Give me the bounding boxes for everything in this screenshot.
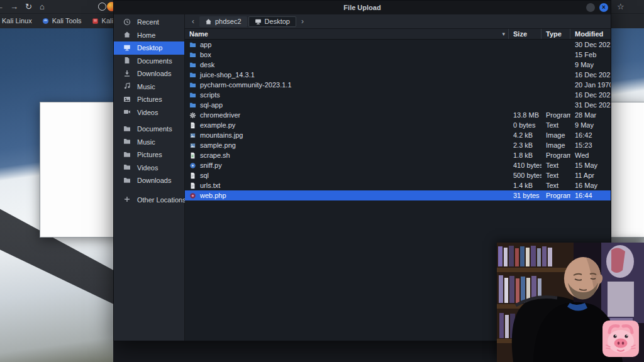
file-modified: 16 Dec 2022 [570, 71, 611, 79]
sidebar-item-pictures[interactable]: Pictures [114, 93, 184, 106]
file-name: desk [200, 61, 214, 69]
python-file-icon [189, 162, 196, 169]
column-header-modified[interactable]: Modified [570, 29, 611, 39]
file-row-box[interactable]: box15 Feb [185, 50, 611, 60]
file-type: Program [541, 111, 570, 119]
file-name-cell: pycharm-community-2023.1.1 [185, 81, 509, 89]
file-row-urls-txt[interactable]: urls.txt1.4 kBText16 May [185, 180, 611, 190]
column-headers: Name ▾ Size Type Modified [185, 29, 611, 40]
sidebar-item-videos[interactable]: Videos [114, 106, 184, 119]
file-name-cell: desk [185, 61, 509, 69]
bookmark-star-icon[interactable]: ☆ [617, 1, 625, 13]
column-header-name[interactable]: Name ▾ [185, 29, 509, 39]
file-row-pycharm-community-2023-1-1[interactable]: pycharm-community-2023.1.120 Jan 1970 [185, 80, 611, 90]
sidebar-item-home[interactable]: Home [114, 29, 184, 42]
column-header-type[interactable]: Type [541, 29, 570, 39]
file-row-juice-shop-14-3-1[interactable]: juice-shop_14.3.116 Dec 2022 [185, 70, 611, 80]
sidebar-item-music[interactable]: Music [114, 136, 184, 149]
file-name-cell: scrape.sh [185, 151, 509, 159]
sidebar-item-label: Desktop [137, 44, 162, 52]
breadcrumb-phdsec2[interactable]: phdsec2 [199, 16, 247, 27]
music-icon [123, 82, 131, 90]
file-modified: 20 Jan 1970 [570, 81, 611, 89]
sidebar-item-label: Videos [137, 109, 158, 116]
file-name: scrape.sh [200, 151, 230, 159]
breadcrumb-forward-icon[interactable]: › [298, 17, 307, 26]
file-name-cell: chromedriver [185, 111, 509, 119]
pig-logo-icon [602, 321, 639, 357]
sidebar-item-other-locations[interactable]: Other Locations [114, 194, 184, 207]
file-name: sql [200, 172, 209, 179]
column-header-size[interactable]: Size [509, 29, 541, 39]
sidebar-item-label: Documents [137, 57, 172, 65]
home-icon[interactable]: ⌂ [40, 1, 45, 13]
folder-icon [189, 62, 196, 69]
file-row-sql[interactable]: sql500 bytesText11 Apr [185, 170, 611, 180]
breadcrumb-label: Desktop [265, 18, 290, 25]
file-name: box [200, 51, 211, 58]
sidebar-item-recent[interactable]: Recent [114, 16, 184, 29]
breadcrumb-path: phdsec2Desktop [199, 16, 296, 27]
breadcrumb-label: phdsec2 [215, 18, 242, 25]
file-row-example-py[interactable]: example.py0 bytesText9 May [185, 120, 611, 130]
file-name-cell: urls.txt [185, 182, 509, 189]
dialog-title: File Upload [343, 4, 380, 11]
forward-icon[interactable]: → [10, 1, 18, 13]
sidebar-item-documents[interactable]: Documents [114, 55, 184, 68]
desktop-icon [255, 18, 262, 25]
breadcrumb-back-icon[interactable]: ‹ [189, 17, 197, 26]
sidebar-item-downloads[interactable]: Downloads [114, 174, 184, 187]
file-row-sample-png[interactable]: sample.png2.3 kBImage15:23 [185, 140, 611, 150]
window-control-icon[interactable] [586, 3, 595, 12]
file-row-mountains-jpg[interactable]: mountains.jpg4.2 kBImage16:42 [185, 130, 611, 140]
sidebar-item-desktop[interactable]: Desktop [114, 41, 184, 55]
bookmark-kali-tools[interactable]: Kali Tools [42, 17, 82, 25]
sidebar-item-music[interactable]: Music [114, 80, 184, 94]
video-icon [123, 108, 131, 116]
file-name-cell: sniff.py [185, 162, 509, 169]
file-size: 31 bytes [509, 192, 541, 199]
image-file-icon [189, 132, 196, 139]
folder-icon [123, 151, 131, 159]
sidebar-item-videos[interactable]: Videos [114, 162, 184, 175]
file-name: example.py [200, 121, 235, 129]
sidebar-group: Other Locations [114, 194, 184, 207]
file-modified: 31 Dec 2022 [570, 101, 611, 109]
file-name: scripts [200, 91, 220, 99]
folder-icon [189, 92, 196, 99]
file-row-scrape-sh[interactable]: scrape.sh1.8 kBProgramWed [185, 150, 611, 160]
recent-icon [123, 18, 131, 26]
file-name-cell: web.php [185, 192, 509, 199]
sidebar-item-pictures[interactable]: Pictures [114, 148, 184, 162]
file-name: sniff.py [200, 162, 222, 169]
desktop-icon [123, 44, 131, 52]
file-type: Image [541, 131, 570, 139]
sidebar-item-downloads[interactable]: Downloads [114, 67, 184, 80]
file-row-sql-app[interactable]: sql-app31 Dec 2022 [185, 100, 611, 110]
back-icon[interactable]: ← [0, 1, 4, 13]
home-icon [205, 18, 212, 25]
file-row-sniff-py[interactable]: sniff.py410 bytesText15 May [185, 160, 611, 170]
breadcrumb-desktop[interactable]: Desktop [248, 16, 296, 27]
file-row-app[interactable]: app30 Dec 2022 [185, 40, 611, 50]
sidebar-item-label: Downloads [137, 70, 171, 77]
file-name: sql-app [200, 101, 223, 109]
file-row-desk[interactable]: desk9 May [185, 60, 611, 70]
shell-script-icon [189, 152, 196, 159]
file-name: chromedriver [200, 111, 240, 119]
file-row-scripts[interactable]: scripts16 Dec 2022 [185, 90, 611, 100]
reload-icon[interactable]: ↻ [25, 1, 32, 13]
column-header-name-label: Name [189, 30, 208, 38]
file-row-chromedriver[interactable]: chromedriver13.8 MBProgram28 Mar [185, 110, 611, 120]
folder-icon [123, 138, 131, 146]
file-type: Text [541, 182, 570, 189]
sidebar-item-documents[interactable]: Documents [114, 123, 184, 136]
close-icon[interactable]: × [599, 3, 608, 12]
bookmark-kali-linux[interactable]: Kali Linux [2, 17, 32, 25]
dialog-titlebar: File Upload × [114, 1, 611, 14]
places-sidebar: RecentHomeDesktopDocumentsDownloadsMusic… [114, 14, 185, 341]
folder-icon [189, 82, 196, 89]
file-row-web-php[interactable]: web.php31 bytesProgram16:44 [185, 190, 611, 200]
file-modified: 16 May [570, 182, 611, 189]
file-name-cell: box [185, 51, 509, 58]
